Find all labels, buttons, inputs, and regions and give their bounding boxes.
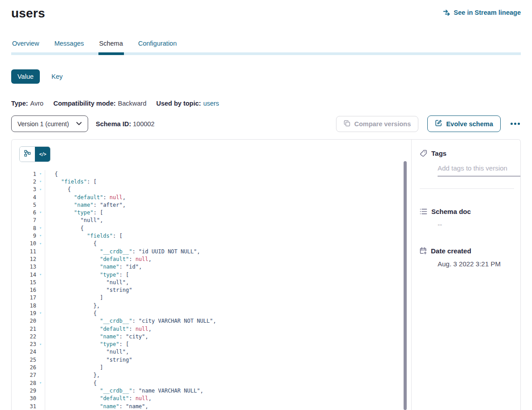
code-text: "null",	[45, 349, 129, 355]
code-line[interactable]: 6▾ "type": [	[19, 209, 411, 216]
code-line[interactable]: 9▾ "fields": [	[19, 232, 411, 239]
fold-spacer	[36, 348, 45, 356]
code-line[interactable]: 28▾ {	[19, 379, 411, 387]
schema-id-label: Schema ID:	[96, 120, 131, 128]
meta-compatibility-value: Backward	[118, 100, 147, 107]
fold-marker-icon[interactable]: ▾	[36, 186, 45, 193]
code-line[interactable]: 14▾ "type": [	[19, 271, 411, 278]
fold-marker-icon[interactable]: ▾	[36, 341, 45, 348]
tab-overview[interactable]: Overview	[11, 40, 40, 52]
code-line[interactable]: 31 "name": "name",	[19, 402, 411, 410]
schema-panel: </> 1▾{2▾ "fields": [3▾ {4 "default": nu…	[11, 139, 521, 410]
tree-view-button[interactable]	[20, 147, 35, 162]
chevron-down-icon	[76, 122, 82, 126]
code-line[interactable]: 3▾ {	[19, 186, 411, 193]
date-created-section: Date created Aug. 3 2022 3:21 PM	[420, 247, 514, 268]
code-line[interactable]: 20 "__crdb__": "city VARCHAR NOT NULL",	[19, 317, 411, 325]
fold-marker-icon[interactable]: ▾	[36, 379, 45, 387]
fold-marker-icon[interactable]: ▾	[36, 209, 45, 216]
schema-id: Schema ID: 100002	[96, 120, 154, 128]
fold-marker-icon[interactable]: ▾	[36, 170, 45, 178]
code-line[interactable]: 4 "default": null,	[19, 193, 411, 201]
code-line[interactable]: 5 "name": "after",	[19, 201, 411, 209]
line-number: 7	[19, 217, 36, 223]
more-options-button[interactable]	[510, 121, 521, 127]
line-number: 29	[19, 388, 36, 394]
tab-messages[interactable]: Messages	[53, 40, 85, 52]
line-number: 23	[19, 341, 36, 347]
code-text: ]	[45, 364, 103, 371]
fold-spacer	[36, 263, 45, 271]
fold-spacer	[36, 286, 45, 294]
key-toggle-link[interactable]: Key	[51, 73, 63, 80]
line-number: 4	[19, 194, 36, 201]
fold-marker-icon[interactable]: ▾	[36, 240, 45, 248]
code-line[interactable]: 2▾ "fields": [	[19, 178, 411, 185]
tag-icon	[420, 149, 427, 157]
evolve-schema-button[interactable]: Evolve schema	[427, 115, 501, 132]
code-line[interactable]: 12 "default": null,	[19, 255, 411, 263]
code-line[interactable]: 26 ]	[19, 363, 411, 371]
value-toggle-button[interactable]: Value	[11, 69, 40, 84]
code-line[interactable]: 27 },	[19, 372, 411, 379]
code-line[interactable]: 8▾ {	[19, 224, 411, 232]
fold-marker-icon[interactable]: ▾	[36, 232, 45, 239]
line-number: 13	[19, 264, 36, 270]
code-line[interactable]: 16 "string"	[19, 286, 411, 294]
code-line[interactable]: 1▾{	[19, 170, 411, 178]
more-options-icon	[514, 123, 516, 125]
code-line[interactable]: 10▾ {	[19, 240, 411, 248]
code-line[interactable]: 23▾ "type": [	[19, 341, 411, 348]
code-line[interactable]: 18 },	[19, 302, 411, 309]
schema-doc-heading: Schema doc	[420, 208, 514, 215]
fold-marker-icon[interactable]: ▾	[36, 309, 45, 317]
code-text: "string"	[45, 357, 132, 363]
topic-link[interactable]: users	[203, 100, 219, 107]
line-number: 27	[19, 372, 36, 378]
code-text: "name": "id",	[45, 264, 142, 270]
fold-marker-icon[interactable]: ▾	[36, 271, 45, 278]
line-number: 9	[19, 233, 36, 239]
line-number: 18	[19, 303, 36, 309]
compare-versions-icon	[344, 120, 350, 128]
compare-versions-button[interactable]: Compare versions	[336, 116, 419, 132]
tab-configuration[interactable]: Configuration	[137, 40, 178, 52]
fold-spacer	[36, 248, 45, 255]
code-line[interactable]: 15 "null",	[19, 278, 411, 286]
code-text: "__crdb__": "id UUID NOT NULL",	[45, 248, 200, 255]
code-line[interactable]: 13 "name": "id",	[19, 263, 411, 271]
schema-meta-row: Type:Avro Compatibility mode:Backward Us…	[11, 100, 521, 107]
fold-spacer	[36, 387, 45, 394]
code-line[interactable]: 17 ]	[19, 294, 411, 302]
editor-view-toggle: </>	[19, 146, 51, 162]
schema-editor[interactable]: </> 1▾{2▾ "fields": [3▾ {4 "default": nu…	[12, 140, 411, 410]
code-lines: 1▾{2▾ "fields": [3▾ {4 "default": null,5…	[19, 170, 411, 410]
date-created-heading: Date created	[420, 247, 514, 255]
editor-scrollbar[interactable]	[404, 161, 407, 410]
code-view-button[interactable]: </>	[35, 147, 50, 162]
version-select[interactable]: Version 1 (current)	[11, 115, 88, 132]
more-options-icon	[518, 123, 520, 125]
evolve-schema-icon	[435, 120, 442, 128]
line-number: 31	[19, 403, 36, 410]
code-line[interactable]: 25 "string"	[19, 356, 411, 363]
code-line[interactable]: 11 "__crdb__": "id UUID NOT NULL",	[19, 248, 411, 255]
meta-compatibility: Compatibility mode:Backward	[53, 100, 146, 107]
code-line[interactable]: 21 "default": null,	[19, 325, 411, 333]
stream-lineage-link[interactable]: See in Stream lineage	[443, 9, 521, 16]
value-key-toggle: Value Key	[11, 69, 521, 84]
code-line[interactable]: 7 "null",	[19, 217, 411, 224]
code-line[interactable]: 29 "__crdb__": "name VARCHAR NULL",	[19, 387, 411, 394]
fold-marker-icon[interactable]: ▾	[36, 178, 45, 185]
code-line[interactable]: 24 "null",	[19, 348, 411, 356]
line-number: 21	[19, 326, 36, 332]
add-tags-input[interactable]	[438, 164, 521, 176]
code-line[interactable]: 19▾ {	[19, 309, 411, 317]
tab-schema[interactable]: Schema	[98, 40, 124, 52]
schema-doc-heading-label: Schema doc	[431, 208, 471, 215]
code-line[interactable]: 30 "default": null,	[19, 395, 411, 402]
fold-spacer	[36, 363, 45, 371]
code-text: {	[45, 380, 97, 386]
fold-marker-icon[interactable]: ▾	[36, 224, 45, 232]
code-line[interactable]: 22 "name": "city",	[19, 333, 411, 340]
